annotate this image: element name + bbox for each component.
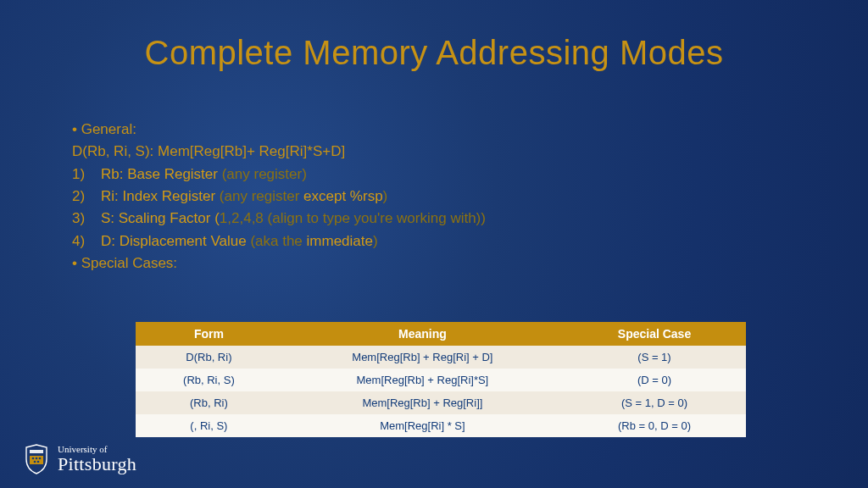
item-note: (any register [215, 188, 303, 204]
bullet-special-cases: • Special Cases: [72, 252, 796, 274]
cell-form: (Rb, Ri) [136, 391, 282, 414]
item-note: (aka the [247, 233, 307, 249]
item-note-post: ) [373, 233, 378, 249]
item-note: (any register) [218, 166, 307, 182]
table-header-row: Form Meaning Special Case [136, 322, 746, 346]
th-meaning: Meaning [282, 322, 563, 346]
item-note-post: ) [383, 188, 388, 204]
cell-meaning: Mem[Reg[Rb] + Reg[Ri]*S] [282, 369, 563, 391]
svg-rect-0 [30, 450, 43, 453]
list-item: S: Scaling Factor (1,2,4,8 (align to typ… [72, 208, 796, 230]
th-special-case: Special Case [563, 322, 746, 346]
cell-case: (S = 1) [563, 346, 746, 369]
bullet-general: • General: [72, 119, 796, 141]
table-row: (Rb, Ri, S) Mem[Reg[Rb] + Reg[Ri]*S] (D … [136, 369, 746, 391]
university-name: University of Pittsburgh [58, 445, 136, 474]
svg-point-2 [32, 458, 35, 460]
item-term: Ri: Index Register [101, 188, 215, 204]
footer: University of Pittsburgh [24, 444, 136, 474]
cell-meaning: Mem[Reg[Rb] + Reg[Ri]] [282, 391, 563, 414]
item-note: 1,2,4,8 (align to type you're working wi… [220, 210, 486, 226]
list-item: Ri: Index Register (any register except … [72, 186, 796, 208]
svg-point-3 [36, 458, 38, 460]
special-cases-table: Form Meaning Special Case D(Rb, Ri) Mem[… [136, 322, 746, 437]
cell-case: (S = 1, D = 0) [563, 391, 746, 414]
list-item: D: Displacement Value (aka the immediate… [72, 230, 796, 252]
cell-form: D(Rb, Ri) [136, 346, 282, 369]
item-term: S: Scaling Factor ( [101, 210, 220, 226]
svg-rect-1 [30, 456, 43, 464]
cell-meaning: Mem[Reg[Ri] * S] [282, 414, 563, 437]
special-cases-table-wrap: Form Meaning Special Case D(Rb, Ri) Mem[… [136, 322, 746, 437]
slide: Complete Memory Addressing Modes • Gener… [0, 0, 868, 488]
cell-form: (Rb, Ri, S) [136, 369, 282, 391]
svg-point-4 [39, 458, 42, 460]
cell-form: (, Ri, S) [136, 414, 282, 437]
th-form: Form [136, 322, 282, 346]
table-row: D(Rb, Ri) Mem[Reg[Rb] + Reg[Ri] + D] (S … [136, 346, 746, 369]
item-term: Rb: Base Register [101, 166, 218, 182]
university-line2: Pittsburgh [58, 454, 136, 474]
parameter-list: Rb: Base Register (any register) Ri: Ind… [72, 164, 796, 252]
item-note-em: immediate [307, 233, 373, 249]
item-term: D: Displacement Value [101, 233, 247, 249]
list-item: Rb: Base Register (any register) [72, 164, 796, 186]
university-shield-icon [24, 444, 49, 474]
cell-case: (D = 0) [563, 369, 746, 391]
svg-point-5 [34, 461, 36, 463]
cell-meaning: Mem[Reg[Rb] + Reg[Ri] + D] [282, 346, 563, 369]
table-row: (, Ri, S) Mem[Reg[Ri] * S] (Rb = 0, D = … [136, 414, 746, 437]
cell-case: (Rb = 0, D = 0) [563, 414, 746, 437]
item-note-em: except %rsp [303, 188, 383, 204]
slide-body: • General: D(Rb, Ri, S): Mem[Reg[Rb]+ Re… [72, 119, 796, 274]
table-row: (Rb, Ri) Mem[Reg[Rb] + Reg[Ri]] (S = 1, … [136, 391, 746, 414]
slide-title: Complete Memory Addressing Modes [0, 34, 868, 72]
svg-point-6 [37, 461, 40, 463]
general-formula: D(Rb, Ri, S): Mem[Reg[Rb]+ Reg[Ri]*S+D] [72, 141, 796, 163]
